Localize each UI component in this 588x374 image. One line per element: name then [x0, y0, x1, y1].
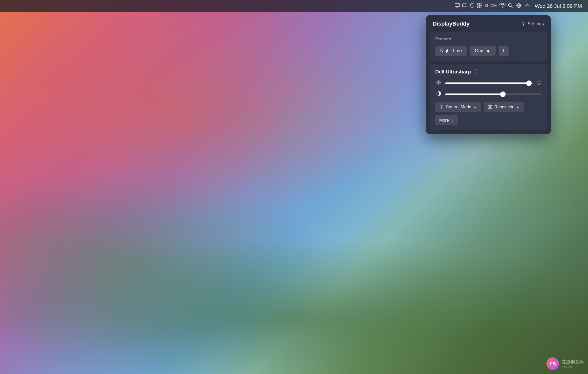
control-buttons-row: Control Mode ⌄ Resolution ⌄ More ⌄ — [435, 102, 541, 125]
network-menubar-icon[interactable] — [515, 3, 522, 10]
watermark-text: 梵摄创意库 osx.cx — [561, 359, 584, 369]
brightness-track[interactable] — [445, 82, 533, 84]
settings-label: Settings — [528, 21, 544, 27]
brightness-icon — [435, 80, 442, 87]
wifi-menubar-icon[interactable] — [499, 3, 506, 10]
svg-rect-2 — [464, 4, 466, 7]
contrast-thumb[interactable] — [500, 91, 506, 97]
watermark: FS 梵摄创意库 osx.cx — [546, 357, 584, 370]
control-mode-button[interactable]: Control Mode ⌄ — [435, 102, 481, 112]
contrast-track[interactable] — [445, 94, 541, 95]
svg-rect-7 — [491, 4, 494, 7]
monitor-section: Dell Ultrasharp — [430, 64, 547, 130]
svg-point-18 — [438, 81, 440, 83]
svg-point-21 — [441, 106, 442, 108]
svg-rect-0 — [455, 4, 460, 7]
search-menubar-icon[interactable] — [508, 3, 513, 10]
watermark-brand: 梵摄创意库 — [561, 359, 584, 365]
monitor-menubar-icon[interactable] — [455, 3, 460, 10]
preset-gaming-button[interactable]: Gaming — [470, 46, 496, 56]
brightness-fill — [445, 82, 529, 84]
brightness-schedule-icon[interactable] — [536, 80, 541, 86]
displaybuddy-popup: DisplayBuddy Settings Presets Night Time… — [426, 15, 551, 134]
preset-add-button[interactable]: + — [499, 46, 509, 56]
desktop-wallpaper: Wed 26 Jul 2:09 PM DisplayBuddy Settings… — [0, 0, 588, 374]
svg-rect-3 — [478, 3, 480, 5]
svg-rect-4 — [480, 3, 482, 5]
monitor-name: Dell Ultrasharp — [435, 69, 471, 75]
watermark-icon: FS — [546, 357, 559, 370]
contrast-fill — [445, 94, 503, 95]
presets-row: Night Time Gaming + — [435, 46, 541, 56]
shield-menubar-icon[interactable] — [470, 3, 475, 10]
preset-night-time-button[interactable]: Night Time — [435, 46, 467, 56]
brightness-slider-row — [435, 80, 541, 87]
svg-point-9 — [502, 7, 503, 8]
svg-point-15 — [523, 23, 524, 24]
contrast-slider-row — [435, 91, 541, 98]
settings-button[interactable]: Settings — [521, 21, 544, 27]
svg-point-10 — [508, 4, 511, 7]
popup-title: DisplayBuddy — [433, 21, 470, 27]
menubar-right: Wed 26 Jul 2:09 PM — [455, 3, 582, 10]
menubar-datetime: Wed 26 Jul 2:09 PM — [535, 3, 582, 9]
svg-point-8 — [492, 5, 493, 6]
brightness-thumb[interactable] — [526, 80, 532, 86]
svg-rect-6 — [480, 6, 482, 8]
presets-section: Presets Night Time Gaming + — [430, 32, 547, 61]
display-menubar-icon[interactable] — [462, 3, 468, 10]
control-mode-chevron: ⌄ — [473, 104, 477, 110]
lock-icon — [473, 69, 478, 75]
control-mode-label: Control Mode — [446, 105, 471, 110]
user-menubar-icon[interactable] — [524, 3, 531, 10]
layout-menubar-icon[interactable] — [477, 3, 483, 10]
svg-point-17 — [475, 72, 476, 72]
resolution-chevron: ⌄ — [516, 104, 520, 110]
popup-header: DisplayBuddy Settings — [426, 15, 551, 32]
watermark-site: osx.cx — [561, 365, 584, 369]
audio-menubar-icon[interactable] — [491, 3, 497, 10]
contrast-icon — [435, 91, 442, 98]
presets-title: Presets — [435, 37, 541, 42]
svg-point-13 — [525, 5, 527, 7]
more-button[interactable]: More ⌄ — [435, 115, 458, 125]
bluetooth-menubar-icon[interactable] — [485, 3, 489, 10]
resolution-button[interactable]: Resolution ⌄ — [484, 102, 524, 112]
svg-rect-1 — [463, 4, 467, 7]
more-chevron: ⌄ — [451, 118, 454, 123]
svg-point-14 — [528, 5, 530, 7]
monitor-header: Dell Ultrasharp — [435, 69, 541, 75]
svg-rect-5 — [478, 6, 480, 8]
svg-point-12 — [526, 4, 528, 6]
menubar: Wed 26 Jul 2:09 PM — [0, 0, 588, 12]
resolution-label: Resolution — [494, 105, 514, 110]
more-label: More — [439, 118, 449, 123]
